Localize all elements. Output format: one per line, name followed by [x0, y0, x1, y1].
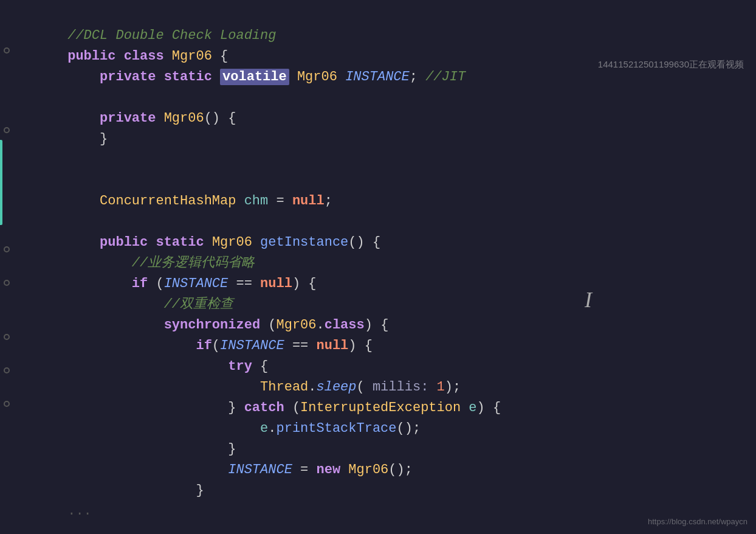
line-2: public class Mgr06 {	[19, 26, 744, 46]
gutter-dot-6	[4, 367, 10, 373]
line-4	[19, 67, 744, 88]
code-editor: //DCL Double Check Loading public class …	[0, 0, 756, 534]
line-20: e.printStackTrace();	[19, 398, 744, 418]
gutter	[0, 0, 13, 534]
line-8	[19, 150, 744, 170]
line-17: try {	[19, 336, 744, 356]
line-15: synchronized (Mgr06.class) {	[19, 294, 744, 315]
gutter-dot-5	[4, 334, 10, 340]
line-16: if(INSTANCE == null) {	[19, 315, 744, 336]
line-13: if (INSTANCE == null) {	[19, 253, 744, 274]
line-10	[19, 191, 744, 212]
line-23: }	[19, 460, 744, 480]
line-21: }	[19, 418, 744, 439]
line-7	[19, 129, 744, 150]
gutter-dot-4	[4, 280, 10, 286]
line-22: INSTANCE = new Mgr06();	[19, 439, 744, 460]
line-24: ...	[19, 480, 744, 501]
gutter-dot-7	[4, 401, 10, 407]
line-6: }	[19, 108, 744, 129]
line-18: Thread.sleep( millis: 1);	[19, 356, 744, 377]
line-3: private static volatile Mgr06 INSTANCE; …	[19, 46, 744, 67]
code-content: //DCL Double Check Loading public class …	[13, 0, 756, 534]
line-14: //双重检查	[19, 274, 744, 294]
line-11: public static Mgr06 getInstance() {	[19, 212, 744, 232]
gutter-dot-2	[4, 127, 10, 133]
line-9: ConcurrentHashMap chm = null;	[19, 170, 744, 191]
line-19: } catch (InterruptedException e) {	[19, 377, 744, 398]
gutter-dot-3	[4, 246, 10, 252]
gutter-dot-1	[4, 47, 10, 54]
line-12: //业务逻辑代码省略	[19, 232, 744, 253]
line-5: private Mgr06() {	[19, 88, 744, 108]
line-1: //DCL Double Check Loading	[19, 5, 744, 26]
